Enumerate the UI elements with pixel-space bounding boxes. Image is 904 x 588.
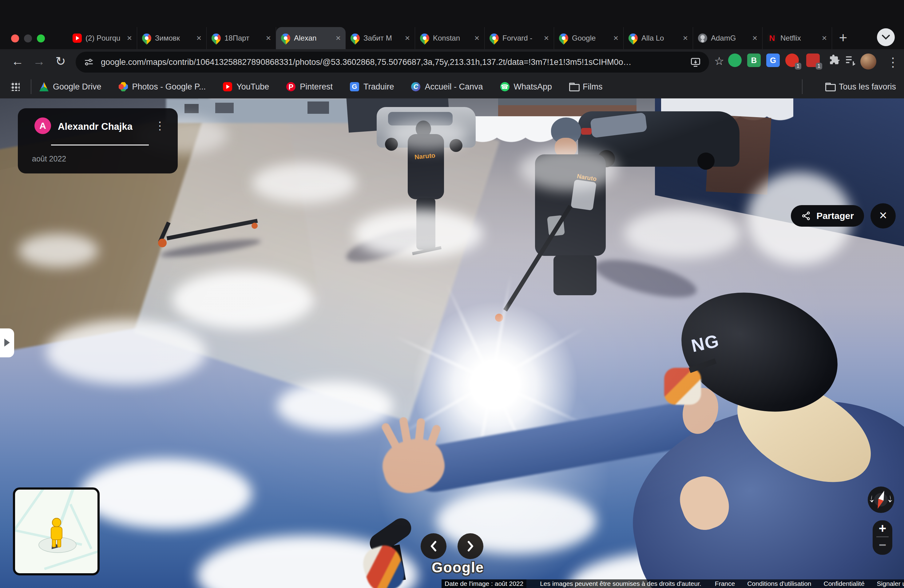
- traffic-light-close[interactable]: [11, 35, 19, 43]
- reading-list-icon[interactable]: [844, 54, 857, 67]
- install-icon[interactable]: [690, 57, 701, 68]
- tab-close-icon[interactable]: ×: [336, 33, 341, 43]
- tab-close-icon[interactable]: ×: [613, 33, 618, 43]
- address-bar[interactable]: google.com/maps/contrib/1064132588278908…: [76, 52, 709, 73]
- bookmark-item[interactable]: YouTube: [223, 82, 269, 92]
- extension-red2-icon[interactable]: 1: [806, 54, 820, 67]
- tab-favicon-icon: [210, 32, 223, 44]
- pegman[interactable]: [38, 518, 75, 552]
- bookmark-item[interactable]: Photos - Google P...: [119, 82, 206, 92]
- bookmark-item[interactable]: WhatsApp: [500, 82, 552, 92]
- tab-favicon-icon: [349, 32, 362, 44]
- extension-red1-icon[interactable]: 1: [785, 54, 799, 67]
- folder-icon: [825, 82, 834, 91]
- chevron-right-icon: [466, 540, 476, 552]
- all-bookmarks-label: Tous les favoris: [839, 82, 896, 92]
- bookmark-label: Films: [583, 82, 602, 92]
- url-text[interactable]: google.com/maps/contrib/1064132588278908…: [101, 57, 682, 67]
- card-menu-icon[interactable]: ⋮: [154, 119, 166, 132]
- site-settings-icon[interactable]: [84, 57, 94, 67]
- new-tab-button[interactable]: +: [834, 28, 852, 48]
- bookmark-label: Traduire: [363, 82, 394, 92]
- browser-menu-icon[interactable]: ⋮: [887, 52, 899, 72]
- tab-close-icon[interactable]: ×: [196, 33, 201, 43]
- traffic-light-zoom[interactable]: [37, 35, 45, 43]
- extension-b-icon[interactable]: B: [747, 54, 761, 67]
- zoom-in-button[interactable]: +: [872, 521, 892, 536]
- attribution-link[interactable]: Signaler un problème: [877, 580, 904, 587]
- tab-close-icon[interactable]: ×: [127, 33, 132, 43]
- street-view-photo[interactable]: Naruto Naruto: [0, 98, 904, 588]
- browser-tab[interactable]: (2) Pourqu ×: [68, 27, 137, 49]
- extension-translate-icon[interactable]: G: [766, 54, 780, 67]
- zoom-out-button[interactable]: −: [872, 537, 892, 552]
- zoom-control: + −: [872, 520, 892, 555]
- apps-grid-icon[interactable]: [11, 82, 20, 91]
- browser-tab[interactable]: Konstan ×: [415, 27, 485, 49]
- bookmark-label: Google Drive: [53, 82, 101, 92]
- browser-tab[interactable]: Забит М ×: [346, 27, 415, 49]
- bookmark-star-icon[interactable]: ☆: [709, 51, 729, 71]
- browser-tab[interactable]: Alexan ×: [276, 27, 346, 49]
- bookmark-item[interactable]: Google Drive: [40, 82, 101, 92]
- extension-adblock-icon[interactable]: [728, 54, 742, 67]
- bookmark-item[interactable]: Accueil - Canva: [411, 82, 483, 92]
- image-date: Date de l'image : août 2022: [441, 579, 526, 588]
- bookmark-item[interactable]: Traduire: [350, 82, 394, 92]
- browser-tab[interactable]: Forvard - ×: [485, 27, 554, 49]
- bookmark-items: Google Drive Photos - Google P... YouTub…: [40, 75, 603, 98]
- divider: [802, 79, 803, 94]
- attribution-link[interactable]: France: [715, 580, 735, 587]
- contributor-avatar[interactable]: A: [35, 117, 51, 134]
- share-label: Partager: [816, 211, 854, 221]
- mini-map[interactable]: [13, 487, 100, 575]
- bookmark-label: Pinterest: [300, 82, 333, 92]
- browser-tab[interactable]: AdamG ×: [693, 27, 763, 49]
- all-bookmarks-button[interactable]: Tous les favoris: [825, 75, 896, 98]
- contributor-card: A Alexandr Chajka ⋮ août 2022: [18, 108, 178, 174]
- tab-close-icon[interactable]: ×: [474, 33, 479, 43]
- tab-close-icon[interactable]: ×: [266, 33, 271, 43]
- browser-tab[interactable]: Alla Lo ×: [624, 27, 693, 49]
- share-icon: [801, 211, 811, 221]
- tab-strip-bar: (2) Pourqu × Зимовк × 18Парт × Alexan ×: [0, 0, 904, 49]
- tab-favicon-icon: [627, 32, 640, 44]
- attribution-link[interactable]: Conditions d'utilisation: [747, 580, 811, 587]
- back-button[interactable]: ←: [7, 51, 28, 71]
- compass-control[interactable]: [868, 487, 894, 513]
- previous-photo-button[interactable]: [420, 533, 446, 559]
- bookmark-favicon-icon: [500, 82, 509, 91]
- tab-title: Forvard -: [503, 34, 540, 43]
- tab-close-icon[interactable]: ×: [683, 33, 688, 43]
- bookmark-favicon-icon: [286, 82, 296, 91]
- attribution-link[interactable]: Confidentialité: [824, 580, 864, 587]
- share-button[interactable]: Partager: [791, 205, 864, 227]
- side-panel-toggle[interactable]: [0, 329, 14, 357]
- tab-close-icon[interactable]: ×: [405, 33, 410, 43]
- close-photo-button[interactable]: ×: [871, 203, 896, 229]
- tab-close-icon[interactable]: ×: [752, 33, 757, 43]
- forward-button[interactable]: →: [29, 51, 49, 71]
- bookmark-favicon-icon: [569, 82, 578, 91]
- traffic-light-minimize[interactable]: [24, 35, 32, 43]
- chevron-down-icon: [882, 34, 890, 40]
- tab-search-button[interactable]: [877, 28, 895, 46]
- attribution-bar: Date de l'image : août 2022 Les images p…: [441, 579, 904, 588]
- bookmark-favicon-icon: [119, 82, 128, 91]
- browser-toolbar: ← → ↻ google.com/maps/contrib/1064132588…: [0, 49, 904, 75]
- browser-tab[interactable]: Google ×: [554, 27, 624, 49]
- browser-tab[interactable]: 18Парт ×: [207, 27, 276, 49]
- tab-close-icon[interactable]: ×: [544, 33, 549, 43]
- card-divider: [51, 145, 149, 145]
- bookmark-item[interactable]: Pinterest: [286, 82, 333, 92]
- tab-close-icon[interactable]: ×: [822, 33, 827, 43]
- reload-button[interactable]: ↻: [51, 51, 71, 71]
- browser-tab[interactable]: Зимовк ×: [137, 27, 207, 49]
- profile-avatar[interactable]: [860, 54, 876, 70]
- bookmark-item[interactable]: Films: [569, 82, 602, 92]
- contributor-name[interactable]: Alexandr Chajka: [58, 121, 133, 132]
- browser-tab[interactable]: Netflix ×: [763, 27, 832, 49]
- extensions-puzzle-icon[interactable]: [828, 54, 841, 67]
- tab-favicon-icon: [140, 32, 153, 44]
- next-photo-button[interactable]: [458, 533, 484, 559]
